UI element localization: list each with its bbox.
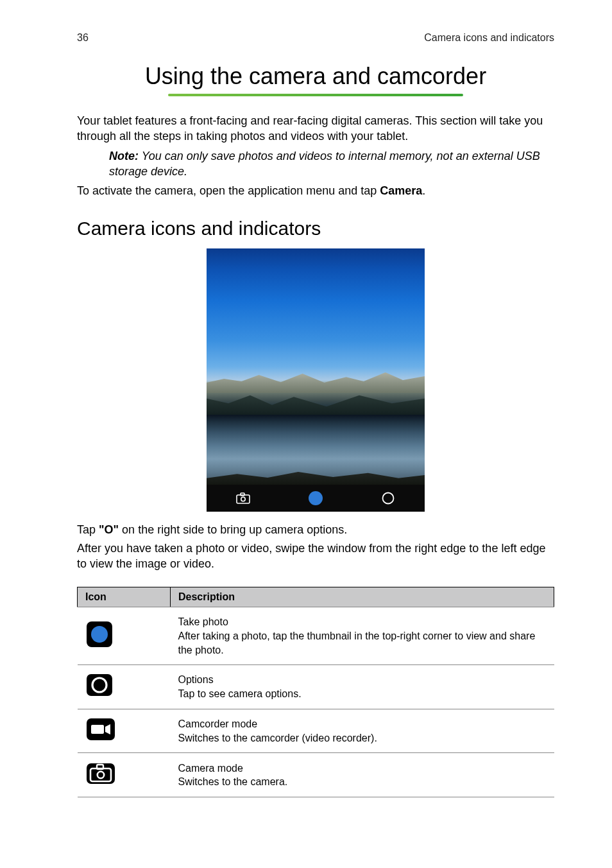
col-header-description: Description xyxy=(171,587,554,607)
icon-cell xyxy=(78,753,171,797)
take-photo-icon xyxy=(307,490,324,507)
activate-prefix: To activate the camera, open the applica… xyxy=(77,184,380,197)
table-row: Camcorder mode Switches to the camcorder… xyxy=(78,709,554,753)
options-icon xyxy=(381,491,395,505)
note-label: Note: xyxy=(109,150,139,162)
title-underline xyxy=(168,94,463,96)
camera-controls-bar xyxy=(207,485,425,512)
mountains-far xyxy=(207,367,425,393)
tap-suffix: on the right side to bring up camera opt… xyxy=(119,523,347,536)
document-page: 36 Camera icons and indicators Using the… xyxy=(0,0,612,868)
description-cell: Options Tap to see camera options. xyxy=(171,665,554,709)
row-title: Take photo xyxy=(178,616,228,627)
svg-point-6 xyxy=(91,626,108,643)
tap-bold: "O" xyxy=(99,523,119,536)
row-detail: After taking a photo, tap the thumbnail … xyxy=(178,630,536,655)
take-photo-icon xyxy=(85,620,114,648)
page-title: Using the camera and camcorder xyxy=(77,63,554,90)
row-title: Camera mode xyxy=(178,763,243,774)
camera-preview xyxy=(207,248,425,512)
activate-suffix: . xyxy=(422,184,425,197)
icon-cell xyxy=(78,665,171,709)
camera-mode-icon xyxy=(85,761,116,785)
mode-switch-button[interactable] xyxy=(207,492,279,504)
page-number: 36 xyxy=(77,32,89,44)
icon-cell xyxy=(78,709,171,753)
note-block: Note: You can only save photos and video… xyxy=(109,148,554,180)
intro-paragraph: Your tablet features a front-facing and … xyxy=(77,113,554,144)
row-title: Options xyxy=(178,674,214,685)
camcorder-mode-icon xyxy=(85,717,116,742)
icon-cell xyxy=(78,607,171,665)
running-header-text: Camera icons and indicators xyxy=(424,32,554,44)
svg-rect-1 xyxy=(241,493,244,496)
description-cell: Take photo After taking a photo, tap the… xyxy=(171,607,554,665)
note-text: You can only save photos and videos to i… xyxy=(109,150,540,178)
camera-preview-figure xyxy=(77,248,554,514)
activate-line: To activate the camera, open the applica… xyxy=(77,183,554,198)
svg-point-3 xyxy=(309,491,323,505)
after-photo-paragraph: After you have taken a photo or video, s… xyxy=(77,541,554,572)
options-icon xyxy=(85,673,114,697)
tap-prefix: Tap xyxy=(77,523,99,536)
svg-point-2 xyxy=(241,498,244,501)
options-button[interactable] xyxy=(352,491,425,505)
section-heading: Camera icons and indicators xyxy=(77,218,554,239)
icon-description-table: Icon Description Take photo After taking… xyxy=(77,587,554,797)
row-detail: Switches to the camera. xyxy=(178,776,288,787)
row-title: Camcorder mode xyxy=(178,718,258,729)
table-row: Camera mode Switches to the camera. xyxy=(78,753,554,797)
description-cell: Camera mode Switches to the camera. xyxy=(171,753,554,797)
table-header-row: Icon Description xyxy=(78,587,554,607)
svg-rect-10 xyxy=(91,725,104,734)
table-row: Take photo After taking a photo, tap the… xyxy=(78,607,554,665)
svg-rect-0 xyxy=(237,495,250,503)
page-header: 36 Camera icons and indicators xyxy=(77,32,554,44)
row-detail: Switches to the camcorder (video recorde… xyxy=(178,733,377,743)
table-row: Options Tap to see camera options. xyxy=(78,665,554,709)
col-header-icon: Icon xyxy=(78,587,171,607)
camera-mode-icon xyxy=(236,492,250,504)
svg-point-4 xyxy=(383,493,394,504)
shutter-button[interactable] xyxy=(279,490,352,507)
tap-instruction: Tap "O" on the right side to bring up ca… xyxy=(77,522,554,537)
description-cell: Camcorder mode Switches to the camcorder… xyxy=(171,709,554,753)
activate-bold: Camera xyxy=(380,184,422,197)
row-detail: Tap to see camera options. xyxy=(178,688,302,699)
